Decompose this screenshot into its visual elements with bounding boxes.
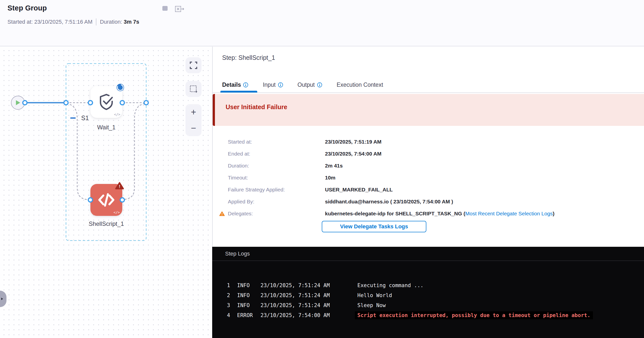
stage-group-header: S1 bbox=[70, 114, 89, 122]
info-icon[interactable] bbox=[317, 82, 322, 88]
step-logs-header: Step Logs bbox=[212, 247, 644, 261]
detail-row: Timeout:10m bbox=[219, 172, 638, 184]
info-icon[interactable] bbox=[243, 82, 248, 88]
marquee-select-icon bbox=[190, 85, 197, 93]
expand-panel-handle[interactable] bbox=[0, 291, 6, 307]
duration-text: Duration: 3m 7s bbox=[100, 19, 139, 25]
started-at-text: Started at: 23/10/2025, 7:51:16 AM bbox=[8, 19, 92, 25]
marquee-select-button[interactable] bbox=[186, 81, 202, 97]
step-logs-console: Step Logs 1INFO23/10/2025, 7:51:24 AMExe… bbox=[212, 247, 644, 338]
node-shellscript-1[interactable]: ! </> bbox=[90, 184, 122, 216]
play-icon bbox=[15, 100, 21, 106]
detail-row: Started at:23/10/2025, 7:51:19 AM bbox=[219, 136, 638, 148]
code-mini-icon: </> bbox=[114, 210, 120, 214]
step-details-panel: Step: ShellScript_1 Details Input Output bbox=[212, 47, 644, 247]
log-line: 2INFO23/10/2025, 7:51:24 AMHello World bbox=[212, 290, 644, 300]
failure-banner-text: User Initiated Failure bbox=[226, 103, 287, 111]
detail-row: Applied By:siddhant.dua@harness.io ( 23/… bbox=[219, 196, 638, 208]
zoom-out-button[interactable]: − bbox=[186, 120, 202, 136]
execution-header: Step Group Started at: 23/10/2025, 7:51:… bbox=[0, 0, 644, 46]
step-title: Step: ShellScript_1 bbox=[222, 54, 275, 61]
tab-input[interactable]: Input bbox=[263, 82, 283, 88]
detail-row: Ended at:23/10/2025, 7:54:00 AM bbox=[219, 148, 638, 160]
detail-row: Failure Strategy Applied:USER_MARKED_FAI… bbox=[219, 184, 638, 196]
active-tab-underline bbox=[220, 91, 257, 93]
delegates-value: kubernetes-delegate-idp for SHELL_SCRIPT… bbox=[325, 208, 554, 220]
view-delegate-tasks-logs-button[interactable]: View Delegate Tasks Logs bbox=[322, 221, 426, 232]
pipeline-graph-canvas[interactable]: S1 </> Wait_1 ! bbox=[0, 47, 212, 338]
execution-meta: Started at: 23/10/2025, 7:51:16 AM Durat… bbox=[8, 19, 139, 26]
chevron-right-icon bbox=[1, 297, 3, 300]
info-icon[interactable] bbox=[278, 82, 283, 88]
warning-icon bbox=[219, 211, 225, 216]
pipeline-execution-view: Step Group Started at: 23/10/2025, 7:51:… bbox=[0, 0, 644, 338]
zoom-controls: + − bbox=[186, 104, 202, 136]
stage-label: S1 bbox=[81, 114, 89, 122]
log-line: 1INFO23/10/2025, 7:51:24 AMExecuting com… bbox=[212, 280, 644, 290]
fullscreen-icon bbox=[190, 62, 197, 69]
node-shellscript-label: ShellScript_1 bbox=[74, 220, 139, 227]
svg-text:!: ! bbox=[119, 184, 120, 189]
detail-row: Duration:2m 41s bbox=[219, 160, 638, 172]
error-warning-badge-icon: ! bbox=[115, 182, 124, 189]
log-line-error: 4ERROR23/10/2025, 7:54:00 AMScript execu… bbox=[212, 310, 644, 320]
pipeline-start-node[interactable] bbox=[11, 96, 25, 110]
tabs-row: Details Input Output Execution Context bbox=[222, 82, 383, 88]
stage-collapse-icon[interactable] bbox=[70, 117, 76, 119]
running-status-badge bbox=[116, 83, 124, 92]
code-icon bbox=[96, 189, 117, 211]
step-logs-body[interactable]: 1INFO23/10/2025, 7:51:24 AMExecuting com… bbox=[212, 261, 644, 338]
step-details-list: Started at:23/10/2025, 7:51:19 AM Ended … bbox=[219, 136, 638, 220]
page-title: Step Group bbox=[8, 4, 47, 12]
fit-view-button[interactable] bbox=[186, 57, 202, 73]
tabs-separator bbox=[213, 93, 644, 93]
log-line: 3INFO23/10/2025, 7:51:24 AMSleep Now bbox=[212, 300, 644, 310]
detail-row-delegates: Delegates: kubernetes-delegate-idp for S… bbox=[219, 208, 638, 220]
node-wait-label: Wait_1 bbox=[74, 124, 139, 131]
meta-divider bbox=[96, 19, 96, 26]
stop-square-icon[interactable] bbox=[162, 6, 168, 12]
failure-banner-accent bbox=[213, 94, 215, 126]
delegate-selection-logs-link[interactable]: Most Recent Delegate Selection Logs bbox=[465, 211, 552, 216]
node-wait-1[interactable]: </> bbox=[90, 86, 122, 118]
tab-details[interactable]: Details bbox=[222, 82, 248, 88]
code-mini-icon: </> bbox=[114, 112, 120, 116]
shield-check-icon bbox=[96, 92, 116, 112]
zoom-in-button[interactable]: + bbox=[186, 104, 202, 120]
exit-execution-icon[interactable] bbox=[175, 6, 184, 13]
tab-output[interactable]: Output bbox=[298, 82, 322, 88]
failure-banner: User Initiated Failure bbox=[213, 94, 644, 126]
tab-execution-context[interactable]: Execution Context bbox=[337, 82, 383, 88]
